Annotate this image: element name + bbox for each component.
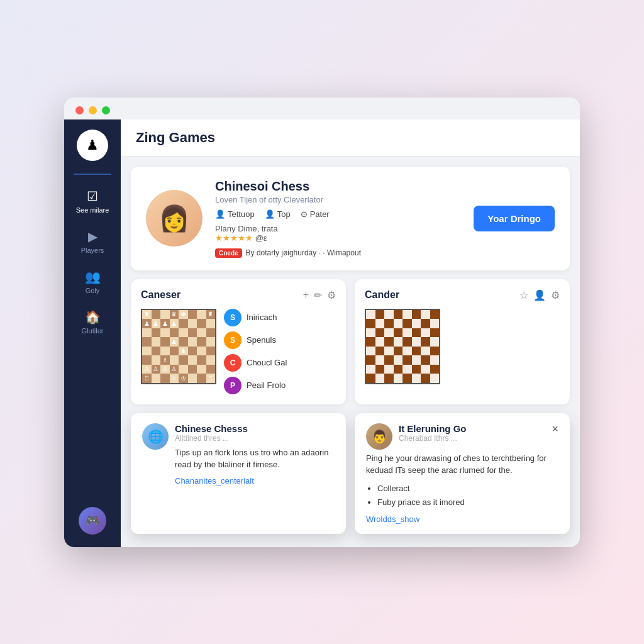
card-header-left: Caneser + ✏ ⚙ (141, 289, 336, 301)
popup-bullet-1: Colleract (377, 482, 558, 496)
player-dot: S (224, 331, 242, 349)
popup-text-right: It Eleruning Go Cherabad Ithrs ... (399, 423, 467, 447)
popup-avatar-left: 🌐 (142, 423, 169, 450)
game-card-left: Caneser + ✏ ⚙ ♜♛♚♜♟♟♟♟♟♞♗♙♙♙♙♖♕♔♖ (131, 279, 346, 404)
player-dot: C (224, 354, 242, 372)
popup-link-right[interactable]: Wroldds_show (366, 514, 419, 524)
popup-subtitle-left: Alittined thres ... (175, 434, 335, 443)
close-button[interactable] (75, 106, 84, 114)
sidebar-item-games-label: See milare (76, 206, 109, 214)
top-icon: 👤 (265, 209, 275, 219)
chess-board: ♜♛♚♜♟♟♟♟♟♞♗♙♙♙♙♖♕♔♖ (141, 309, 216, 384)
profile-rating: Plany Dime, trata ★★★★★ @ε (215, 224, 461, 243)
player-dot: S (224, 309, 242, 326)
sidebar-item-games[interactable]: ☑ See milare (64, 181, 121, 221)
profile-stats: 👤 Tettuop 👤 Top ⊙ Pater (215, 209, 461, 219)
star-icon[interactable]: ☆ (519, 289, 528, 301)
stat-3: ⊙ Pater (301, 209, 330, 219)
popup-subtitle-right: Cherabad Ithrs ... (399, 434, 467, 443)
sidebar-item-other[interactable]: 🏠 Glutiler (64, 302, 121, 342)
main-header: Zing Games (121, 119, 580, 157)
popup-bullet-2: Fuby priace as it imored (377, 496, 558, 509)
list-item: C Choucl Gal (224, 354, 336, 372)
minimize-button[interactable] (89, 106, 97, 114)
popup-avatar-right: 👨 (366, 423, 392, 450)
edit-icon[interactable]: ✏ (314, 289, 322, 301)
list-item: S Spenuls (224, 331, 336, 349)
sidebar-bottom: 🎮 (79, 507, 106, 535)
card-body-left: ♜♛♚♜♟♟♟♟♟♞♗♙♙♙♙♖♕♔♖ S Iniricach S Spenul… (141, 309, 336, 394)
card-body-right (365, 309, 560, 384)
list-item: S Iniricach (224, 309, 336, 326)
popup-body-left: Tips up an flork lons us tro who an adao… (175, 447, 335, 471)
main-content: Zing Games 👩 Chinesoi Chess Loven Tijen … (121, 119, 580, 547)
page-title: Zing Games (136, 130, 565, 146)
card-title-right: Cander (365, 289, 399, 301)
checkers-board (365, 309, 440, 384)
settings-icon[interactable]: ⚙ (327, 289, 336, 301)
goals-icon: 👥 (85, 269, 101, 284)
profile-info: Chinesoi Chess Loven Tijen of otty Cleve… (215, 179, 461, 258)
app-body: ♟ ☑ See milare ▶ Players 👥 Goly 🏠 Glutil… (64, 119, 580, 547)
popup-body-right: Ping he your drawasing of ches to tercht… (366, 452, 558, 477)
sidebar: ♟ ☑ See milare ▶ Players 👥 Goly 🏠 Glutil… (64, 119, 121, 547)
sidebar-item-players[interactable]: ▶ Players (64, 221, 121, 262)
sidebar-divider (74, 174, 111, 175)
card-actions-left: + ✏ ⚙ (303, 289, 336, 301)
card-actions-right: ☆ 👤 ⚙ (519, 289, 560, 301)
popup-right-header: 👨 It Eleruning Go Cherabad Ithrs ... × (366, 423, 558, 450)
close-popup-button[interactable]: × (552, 423, 558, 435)
popup-title-left: Chinese Chesss (175, 423, 335, 434)
list-item: P Peail Frolo (224, 377, 336, 394)
person-icon: 👤 (215, 209, 225, 219)
circle-icon: ⊙ (301, 209, 308, 219)
user-avatar[interactable]: 🎮 (79, 507, 106, 535)
profile-subtitle: Loven Tijen of otty Cleverlator (215, 195, 461, 204)
popup-left-content: 🌐 Chinese Chesss Alittined thres ... Tip… (142, 423, 335, 486)
stars: ★★★★★ (215, 233, 253, 243)
sidebar-item-goals[interactable]: 👥 Goly (64, 262, 121, 302)
card-header-right: Cander ☆ 👤 ⚙ (365, 289, 560, 301)
games-icon: ☑ (87, 189, 98, 204)
maximize-button[interactable] (102, 106, 110, 114)
profile-name: Chinesoi Chess (215, 179, 461, 194)
stat-1: 👤 Tettuop (215, 209, 255, 219)
popups-row: 🌐 Chinese Chesss Alittined thres ... Tip… (131, 413, 570, 534)
profile-card: 👩 Chinesoi Chess Loven Tijen of otty Cle… (131, 167, 570, 270)
popup-text-left: Chinese Chesss Alittined thres ... Tips … (175, 423, 335, 486)
popup-right-content: 👨 It Eleruning Go Cherabad Ithrs ... (366, 423, 467, 450)
popup-right: 👨 It Eleruning Go Cherabad Ithrs ... × P… (355, 413, 570, 534)
card-title-left: Caneser (141, 289, 180, 301)
add-icon[interactable]: + (303, 289, 309, 301)
popup-link-left[interactable]: Chananites_centerialt (175, 476, 254, 486)
profile-badge: Cnede By dotarly jøighurday · · Wimapout (215, 248, 361, 258)
share-icon[interactable]: ⚙ (551, 289, 560, 301)
user-icon[interactable]: 👤 (533, 289, 546, 301)
app-logo: ♟ (77, 130, 108, 161)
player-list: S Iniricach S Spenuls C Choucl Gal (224, 309, 336, 394)
cards-row: Caneser + ✏ ⚙ ♜♛♚♜♟♟♟♟♟♞♗♙♙♙♙♖♕♔♖ (131, 279, 570, 404)
players-icon: ▶ (88, 229, 97, 244)
sidebar-item-goals-label: Goly (86, 287, 100, 294)
game-card-right: Cander ☆ 👤 ⚙ (355, 279, 570, 404)
title-bar (64, 97, 580, 119)
profile-avatar: 👩 (146, 190, 203, 247)
sidebar-item-other-label: Glutiler (82, 327, 104, 335)
cta-button[interactable]: Yoar Dringo (474, 206, 555, 231)
player-dot: P (224, 377, 242, 394)
app-window: ♟ ☑ See milare ▶ Players 👥 Goly 🏠 Glutil… (64, 97, 580, 547)
stat-2: 👤 Top (265, 209, 291, 219)
other-icon: 🏠 (85, 309, 101, 325)
sidebar-item-players-label: Players (81, 247, 104, 254)
main-body: 👩 Chinesoi Chess Loven Tijen of otty Cle… (121, 157, 580, 544)
popup-left: 🌐 Chinese Chesss Alittined thres ... Tip… (131, 413, 346, 534)
popup-title-right: It Eleruning Go (399, 423, 467, 434)
badge-label: Cnede (215, 248, 242, 258)
